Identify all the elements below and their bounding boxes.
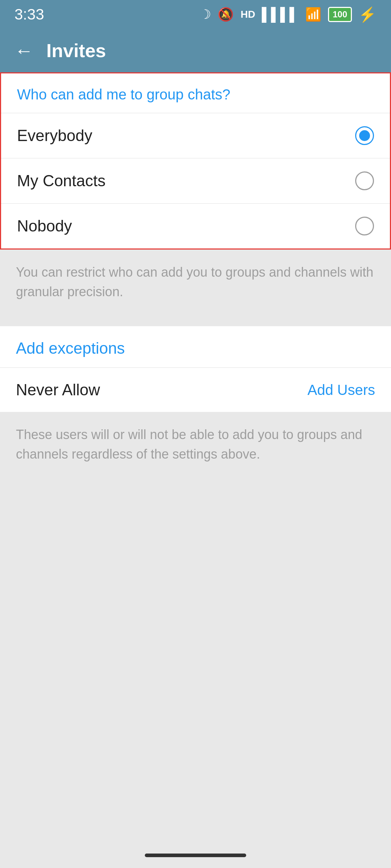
wifi-icon: 📶 <box>305 7 321 22</box>
page-title: Invites <box>46 40 106 61</box>
moon-icon: ☽ <box>199 7 211 22</box>
never-allow-label: Never Allow <box>16 381 100 399</box>
everybody-radio-inner <box>359 130 370 141</box>
my-contacts-option[interactable]: My Contacts <box>1 158 390 203</box>
bottom-info-text: These users will or will not be able to … <box>0 412 391 477</box>
everybody-option[interactable]: Everybody <box>1 113 390 158</box>
everybody-radio[interactable] <box>355 126 374 145</box>
back-button[interactable]: ← <box>14 41 33 60</box>
toolbar: ← Invites <box>0 29 391 72</box>
my-contacts-radio[interactable] <box>355 171 374 190</box>
home-indicator <box>145 854 246 857</box>
exceptions-title: Add exceptions <box>0 326 391 367</box>
restriction-info-text: You can restrict who can add you to grou… <box>0 250 391 315</box>
battery-icon: 100 <box>328 7 352 22</box>
never-allow-row: Never Allow Add Users <box>0 367 391 412</box>
nobody-radio[interactable] <box>355 217 374 235</box>
my-contacts-label: My Contacts <box>17 172 106 190</box>
add-users-button[interactable]: Add Users <box>307 382 375 398</box>
group-chat-permission-section: Who can add me to group chats? Everybody… <box>0 72 391 250</box>
nobody-option[interactable]: Nobody <box>1 203 390 248</box>
status-time: 3:33 <box>14 6 44 23</box>
status-bar: 3:33 ☽ 🔕 HD ▌▌▌▌ 📶 100 ⚡ <box>0 0 391 29</box>
hd-icon: HD <box>240 9 255 20</box>
nobody-label: Nobody <box>17 217 72 235</box>
section-title: Who can add me to group chats? <box>1 73 390 113</box>
main-content: Who can add me to group chats? Everybody… <box>0 72 391 477</box>
everybody-label: Everybody <box>17 127 92 145</box>
exceptions-section: Add exceptions Never Allow Add Users <box>0 326 391 412</box>
bolt-icon: ⚡ <box>358 6 377 23</box>
bell-slash-icon: 🔕 <box>218 7 234 22</box>
status-icons: ☽ 🔕 HD ▌▌▌▌ 📶 100 ⚡ <box>199 6 377 23</box>
signal-icon: ▌▌▌▌ <box>262 7 299 22</box>
